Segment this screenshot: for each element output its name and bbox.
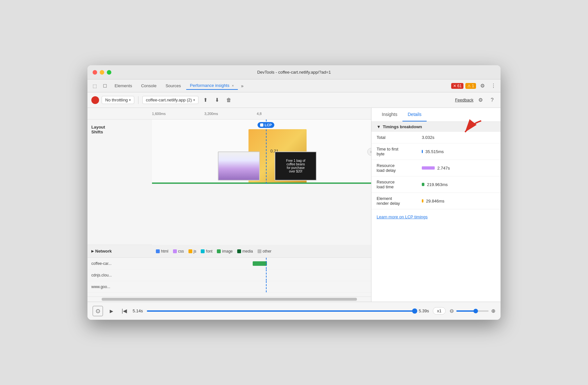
legend-html: html — [156, 249, 168, 254]
timeline-scrollbar[interactable] — [87, 297, 371, 302]
feedback-link[interactable]: Feedback — [455, 98, 473, 102]
more-tabs-icon[interactable]: » — [239, 82, 246, 90]
main-area: 1,600ms 3,200ms 4,8 LayoutShifts — [87, 108, 501, 302]
tab-elements[interactable]: Elements — [111, 82, 136, 89]
timing-bar-resource-load-time — [422, 183, 424, 186]
insights-details-tabs: Insights Details — [371, 108, 501, 122]
device-icon[interactable]: ☐ — [100, 81, 109, 90]
throttling-dropdown[interactable]: No throttling ▾ — [102, 96, 134, 104]
network-label[interactable]: ▶ Network — [87, 249, 152, 254]
throttling-arrow-icon: ▾ — [129, 98, 131, 102]
skip-to-start-icon[interactable]: |◀ — [120, 307, 129, 316]
expand-chevron-icon[interactable]: › — [367, 148, 371, 156]
network-triangle-icon: ▶ — [91, 249, 94, 253]
network-file-row-2[interactable]: cdnjs.clou... — [87, 269, 371, 281]
devtools-window: DevTools - coffee-cart.netlify.app/?ad=1… — [87, 65, 501, 320]
network-file-row-1[interactable]: coffee-car... — [87, 258, 371, 269]
delete-icon[interactable]: 🗑 — [224, 96, 233, 105]
file-bar-area-2 — [152, 269, 371, 281]
cursor-icon[interactable]: ⬚ — [90, 81, 99, 90]
timeline-content: LayoutShifts LCP 0.2 — [87, 120, 371, 302]
image-color-dot — [217, 249, 221, 253]
timing-label-element-render-delay: Elementrender delay — [377, 196, 422, 206]
close-button[interactable] — [93, 70, 97, 75]
network-file-row-3[interactable]: www.goo... — [87, 281, 371, 293]
timing-label-ttfb: Time to firstbyte — [377, 147, 422, 156]
export-icon[interactable]: ⬆ — [201, 96, 210, 105]
network-legend: html css js font — [152, 249, 275, 254]
legend-font: font — [201, 249, 212, 254]
zoom-level-display: x1 — [433, 307, 446, 315]
scrubber-thumb[interactable] — [412, 308, 417, 314]
timing-bar-element-render-delay — [422, 199, 423, 203]
zoom-slider-fill — [456, 310, 474, 312]
js-color-dot — [188, 249, 192, 253]
title-bar: DevTools - coffee-cart.netlify.app/?ad=1 — [87, 65, 501, 79]
fullscreen-button[interactable] — [107, 70, 111, 75]
file-name-3: www.goo... — [87, 285, 152, 289]
screenshot-preview-icon[interactable]: ⊙ — [93, 306, 103, 316]
legend-js: js — [188, 249, 197, 254]
tab-bar: ⬚ ☐ Elements Console Sources Performance… — [87, 79, 501, 92]
timing-label-resource-load-time: Resourceload time — [377, 180, 422, 189]
tab-insights[interactable]: Insights — [377, 108, 402, 121]
right-panel: Insights Details — [371, 108, 501, 302]
font-color-dot — [201, 249, 205, 253]
scrubber-track[interactable] — [147, 310, 415, 312]
media-color-dot — [237, 249, 241, 253]
settings-icon[interactable]: ⚙ — [478, 81, 487, 90]
file-dashed-line-2 — [266, 269, 267, 281]
tab-console[interactable]: Console — [137, 82, 160, 89]
screenshot-thumb-before — [218, 151, 260, 181]
play-button[interactable]: ▶ — [107, 307, 116, 316]
more-options-icon[interactable]: ⋮ — [489, 81, 498, 90]
timing-row-ttfb: Time to firstbyte 35.515ms — [371, 143, 501, 160]
zoom-out-icon[interactable]: ⊖ — [450, 308, 454, 314]
timing-row-element-render-delay: Elementrender delay 29.846ms — [371, 193, 501, 209]
errors-badge[interactable]: ✕ 61 — [451, 83, 463, 89]
url-dropdown[interactable]: coffee-cart.netlify.app (2) ▾ — [142, 96, 198, 104]
timing-label-resource-load-delay: Resourceload delay — [377, 163, 422, 173]
timing-bar-ttfb — [422, 150, 423, 153]
time-marker-2: 3,200ms — [204, 112, 218, 116]
tab-close-icon[interactable]: × — [232, 84, 234, 88]
error-icon: ✕ — [453, 84, 456, 88]
screenshot-before-image — [218, 152, 259, 180]
legend-css: css — [173, 249, 184, 254]
lcp-marker: LCP — [258, 122, 274, 128]
time-start-display: 5.14s — [133, 308, 143, 313]
zoom-slider-thumb[interactable] — [473, 309, 478, 313]
tab-sources[interactable]: Sources — [162, 82, 185, 89]
timing-value-resource-load-time: 219.963ms — [422, 182, 448, 187]
toolbar: No throttling ▾ coffee-cart.netlify.app … — [87, 92, 501, 108]
timing-row-resource-load-time: Resourceload time 219.963ms — [371, 176, 501, 193]
legend-media: media — [237, 249, 253, 254]
time-markers: 1,600ms 3,200ms 4,8 — [152, 112, 300, 116]
warnings-badge[interactable]: ⚠ 1 — [465, 83, 476, 89]
minimize-button[interactable] — [100, 70, 104, 75]
timeline-scrubber[interactable] — [147, 308, 415, 314]
zoom-in-icon[interactable]: ⊕ — [491, 308, 495, 314]
tab-details[interactable]: Details — [402, 108, 427, 121]
other-color-dot — [258, 249, 261, 253]
file-name-2: cdnjs.clou... — [87, 273, 152, 277]
help-icon[interactable]: ? — [488, 96, 497, 105]
learn-more-link[interactable]: Learn more on LCP timings — [371, 209, 501, 224]
tab-performance-insights[interactable]: Performance insights × — [186, 82, 238, 90]
css-color-dot — [173, 249, 177, 253]
screenshot-thumb-after: Free 1 bag ofcoffee beansfor purchaseove… — [275, 151, 317, 181]
record-button[interactable] — [91, 96, 99, 104]
settings-gear-icon[interactable]: ⚙ — [476, 96, 485, 105]
layout-shifts-section: LayoutShifts LCP 0.2 — [87, 120, 371, 245]
legend-image: image — [217, 249, 233, 254]
lcp-dashed-line — [266, 120, 267, 184]
window-title: DevTools - coffee-cart.netlify.app/?ad=1 — [257, 70, 331, 75]
layout-shifts-label: LayoutShifts — [87, 120, 152, 245]
scrollbar-thumb[interactable] — [102, 298, 357, 301]
bottom-toolbar: ⊙ ▶ |◀ 5.14s 5.39s x1 ⊖ ⊕ — [87, 302, 501, 320]
timing-row-resource-load-delay: Resourceload delay 2.747s — [371, 160, 501, 176]
lcp-icon — [260, 123, 263, 127]
zoom-controls: ⊖ ⊕ — [450, 308, 495, 314]
import-icon[interactable]: ⬇ — [213, 96, 222, 105]
zoom-slider[interactable] — [456, 310, 489, 312]
